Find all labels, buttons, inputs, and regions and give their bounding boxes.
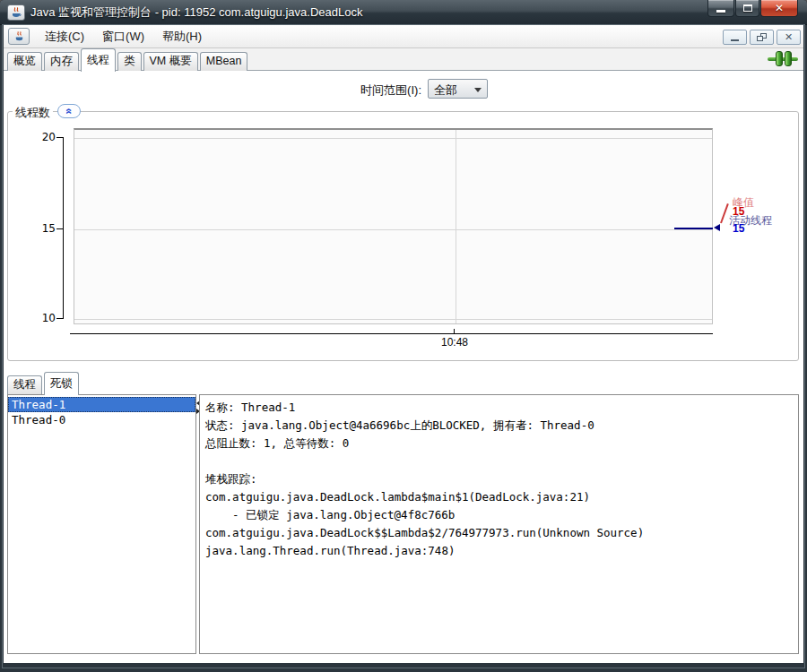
detail-stack-frame-2: com.atguigu.java.DeadLock$$Lambda$2/7649… xyxy=(205,524,798,542)
deadlock-thread-list: Thread-1 Thread-0 xyxy=(7,394,196,654)
chart-plot-area xyxy=(74,128,713,324)
live-threads-line xyxy=(674,228,713,229)
minimize-button[interactable] xyxy=(707,0,734,17)
list-item-thread-0[interactable]: Thread-0 xyxy=(8,412,195,427)
x-axis xyxy=(70,333,713,334)
tab-deadlock[interactable]: 死锁 xyxy=(44,372,79,395)
x-tickmark xyxy=(454,329,455,333)
chevron-down-icon xyxy=(474,88,482,92)
mdi-minimize-icon xyxy=(731,39,739,41)
gridline-15 xyxy=(74,229,712,230)
close-button[interactable]: ✕ xyxy=(760,0,798,17)
legend-live-value: 15 xyxy=(733,222,744,235)
detail-state: 状态: java.lang.Object@4a6696bc上的BLOCKED, … xyxy=(205,417,798,435)
chevron-up-icon: « xyxy=(65,108,74,115)
menu-items: 连接(C) 窗口(W) 帮助(H) xyxy=(36,25,211,48)
tab-thread-list[interactable]: 线程 xyxy=(7,375,42,394)
window-title: Java 监视和管理控制台 - pid: 11952 com.atguigu.j… xyxy=(30,0,362,25)
menu-help[interactable]: 帮助(H) xyxy=(153,26,211,47)
detail-blank xyxy=(205,452,798,470)
tab-overview[interactable]: 概览 xyxy=(7,52,42,71)
app-window: Java 监视和管理控制台 - pid: 11952 com.atguigu.j… xyxy=(0,0,807,672)
menu-bar: 连接(C) 窗口(W) 帮助(H) ✕ xyxy=(4,25,803,48)
tab-classes[interactable]: 类 xyxy=(117,52,142,71)
menu-connect[interactable]: 连接(C) xyxy=(36,26,93,47)
current-value-marker-icon xyxy=(714,224,720,231)
time-range-value: 全部 xyxy=(434,82,457,99)
time-range-label: 时间范围(I): xyxy=(305,82,421,99)
minimize-icon xyxy=(716,10,725,13)
y-tick-10: 10 xyxy=(36,312,56,324)
y-tick-15: 15 xyxy=(36,222,56,235)
gridline-time xyxy=(456,130,456,323)
connection-status-icon xyxy=(768,51,798,67)
maximize-button[interactable] xyxy=(735,0,759,17)
mdi-restore-icon xyxy=(757,33,768,42)
java-cup-glyph xyxy=(10,6,22,19)
detail-stack-locked: - 已锁定 java.lang.Object@4f8c766b xyxy=(205,506,798,524)
maximize-icon xyxy=(743,4,752,12)
title-bar[interactable]: Java 监视和管理控制台 - pid: 11952 com.atguigu.j… xyxy=(0,0,807,25)
time-range-select[interactable]: 全部 xyxy=(428,79,488,99)
thread-count-title: 线程数 xyxy=(13,105,53,121)
mdi-close-button[interactable]: ✕ xyxy=(777,30,801,45)
tab-mbean[interactable]: MBean xyxy=(200,52,248,71)
y-axis xyxy=(63,137,64,319)
menu-window[interactable]: 窗口(W) xyxy=(93,26,153,47)
detail-stacktrace-header: 堆栈跟踪: xyxy=(205,470,798,488)
mdi-minimize-button[interactable] xyxy=(723,30,747,45)
java-menu-icon[interactable] xyxy=(8,28,30,45)
close-icon: ✕ xyxy=(775,1,784,16)
x-tick-label: 10:48 xyxy=(423,336,486,349)
collapse-chart-button[interactable]: « xyxy=(57,104,81,118)
list-item-thread-1[interactable]: Thread-1 xyxy=(8,397,195,412)
gridline-20 xyxy=(74,138,712,139)
detail-stack-frame-1: com.atguigu.java.DeadLock.lambda$main$1(… xyxy=(205,488,798,506)
gridline-10 xyxy=(74,319,712,320)
java-icon xyxy=(7,4,25,21)
y-tick-20: 20 xyxy=(36,131,56,143)
tab-threads[interactable]: 线程 xyxy=(81,48,116,72)
detail-stack-frame-3: java.lang.Thread.run(Thread.java:748) xyxy=(205,542,798,560)
tab-vm-summary[interactable]: VM 概要 xyxy=(143,52,198,71)
mdi-restore-button[interactable] xyxy=(750,30,774,45)
detail-block-count: 总阻止数: 1, 总等待数: 0 xyxy=(205,435,798,452)
tab-memory[interactable]: 内存 xyxy=(44,52,79,71)
java-cup-glyph xyxy=(13,30,25,42)
detail-name: 名称: Thread-1 xyxy=(205,399,798,417)
mdi-close-icon: ✕ xyxy=(785,30,793,44)
thread-detail-panel: 名称: Thread-1 状态: java.lang.Object@4a6696… xyxy=(199,394,799,654)
